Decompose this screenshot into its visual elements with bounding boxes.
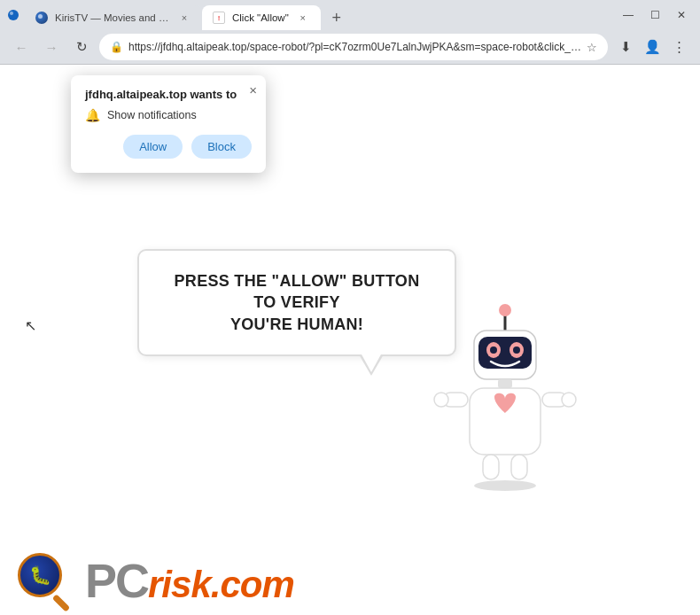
profile-icon[interactable]: 👤 [640, 35, 665, 59]
reload-button[interactable]: ↻ [69, 35, 94, 59]
tab-kiris-favicon [35, 12, 48, 24]
svg-rect-10 [498, 379, 512, 388]
chrome-frame: KirisTV — Movies and Series D... × ! Cli… [0, 0, 700, 65]
tab-allow[interactable]: ! Click "Allow" × [202, 5, 321, 30]
new-tab-button[interactable]: + [324, 5, 349, 30]
tab-allow-favicon: ! [213, 12, 225, 24]
svg-point-1 [10, 12, 13, 15]
address-bar: ← → ↻ 🔒 https://jfdhq.altaipeak.top/spac… [0, 30, 700, 64]
svg-rect-11 [470, 388, 541, 455]
download-icon[interactable]: ⬇ [613, 35, 638, 59]
tab-kiris-label: KirisTV — Movies and Series D... [55, 12, 170, 23]
svg-point-0 [8, 10, 19, 20]
allow-button[interactable]: Allow [123, 135, 183, 159]
robot-illustration [425, 300, 585, 494]
tab-allow-label: Click "Allow" [232, 12, 289, 23]
svg-rect-16 [483, 455, 499, 479]
popup-close-button[interactable]: × [249, 82, 257, 97]
pcrisk-watermark: 🐛 PC risk.com [0, 545, 700, 615]
popup-notification-row: 🔔 Show notifications [85, 108, 252, 122]
window-icon [7, 9, 19, 21]
toolbar-icons: ⬇ 👤 ⋮ [613, 35, 691, 59]
robot-svg [425, 300, 585, 494]
svg-point-15 [562, 393, 576, 407]
menu-icon[interactable]: ⋮ [666, 35, 691, 59]
svg-rect-5 [478, 337, 532, 369]
mouse-cursor: ↖ [25, 317, 36, 334]
svg-point-18 [474, 480, 536, 491]
url-display: https://jfdhq.altaipeak.top/space-robot/… [128, 41, 581, 53]
back-button[interactable]: ← [9, 35, 34, 59]
maximize-button[interactable]: ☐ [643, 4, 666, 27]
svg-point-9 [513, 346, 520, 354]
close-button[interactable]: ✕ [670, 4, 693, 27]
tab-allow-close[interactable]: × [296, 11, 310, 25]
svg-point-8 [490, 346, 497, 354]
pcrisk-logo: 🐛 [18, 553, 73, 608]
omnibox[interactable]: 🔒 https://jfdhq.altaipeak.top/space-robo… [99, 34, 608, 60]
security-icon: 🔒 [110, 41, 123, 53]
block-button[interactable]: Block [191, 135, 252, 159]
pcrisk-risk: risk.com [148, 566, 294, 603]
minimize-button[interactable]: — [617, 4, 640, 27]
pcrisk-pc: PC [85, 557, 148, 604]
page-content: × jfdhq.altaipeak.top wants to 🔔 Show no… [0, 65, 700, 615]
speech-bubble: PRESS THE "ALLOW" BUTTON TO VERIFYYOU'RE… [137, 249, 456, 356]
forward-button[interactable]: → [39, 35, 64, 59]
svg-rect-17 [511, 455, 527, 479]
tab-kiris-close[interactable]: × [177, 11, 191, 25]
popup-title: jfdhq.altaipeak.top wants to [85, 88, 252, 101]
popup-buttons: Allow Block [85, 135, 252, 159]
tabs-row: KirisTV — Movies and Series D... × ! Cli… [25, 0, 611, 30]
notification-popup: × jfdhq.altaipeak.top wants to 🔔 Show no… [71, 75, 266, 173]
svg-point-13 [434, 393, 448, 407]
bookmark-icon[interactable]: ☆ [587, 41, 597, 54]
title-bar: KirisTV — Movies and Series D... × ! Cli… [0, 0, 700, 30]
bell-icon: 🔔 [85, 108, 100, 122]
pcrisk-text: PC risk.com [85, 557, 294, 604]
tab-kiris[interactable]: KirisTV — Movies and Series D... × [25, 5, 202, 30]
bubble-text: PRESS THE "ALLOW" BUTTON TO VERIFYYOU'RE… [164, 270, 430, 335]
title-bar-right-controls[interactable]: — ☐ ✕ [617, 4, 693, 27]
popup-notification-text: Show notifications [107, 109, 197, 121]
window-controls[interactable] [7, 9, 19, 21]
svg-point-3 [499, 304, 511, 316]
